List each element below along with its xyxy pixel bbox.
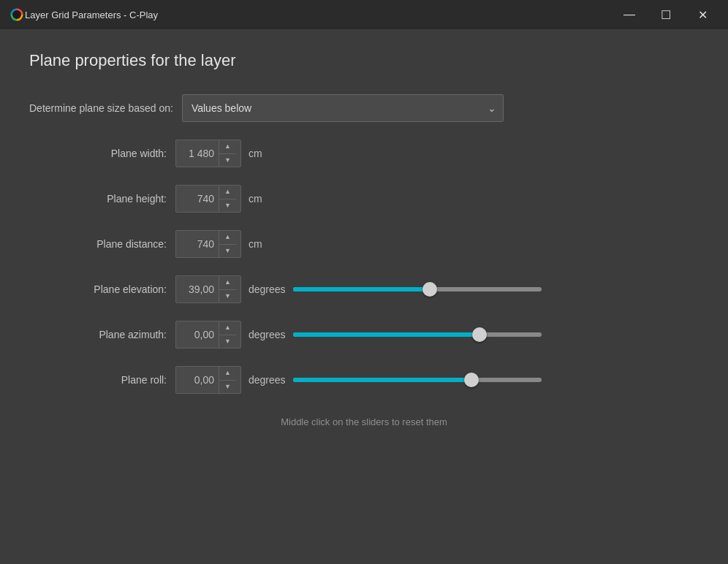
footer-hint: Middle click on the sliders to reset the… (29, 416, 699, 427)
minimize-button[interactable]: — (613, 4, 646, 26)
page-title: Plane properties for the layer (29, 51, 699, 70)
plane-distance-unit: cm (249, 238, 285, 250)
plane-elevation-row: Plane elevation: ▲ ▼ degrees (29, 273, 699, 305)
plane-azimuth-increment[interactable]: ▲ (219, 321, 236, 335)
plane-distance-increment[interactable]: ▲ (219, 231, 236, 244)
plane-height-decrement[interactable]: ▼ (219, 199, 236, 213)
close-button[interactable]: ✕ (686, 4, 719, 26)
plane-azimuth-unit: degrees (249, 329, 286, 340)
plane-height-label: Plane height: (29, 193, 175, 205)
plane-roll-row: Plane roll: ▲ ▼ degrees (29, 364, 699, 396)
plane-roll-unit: degrees (249, 374, 286, 386)
plane-width-decrement[interactable]: ▼ (219, 153, 236, 167)
plane-roll-spin-buttons: ▲ ▼ (219, 367, 236, 393)
title-bar: Layer Grid Parameters - C-Play — ☐ ✕ (0, 0, 728, 29)
plane-azimuth-fill (293, 332, 479, 337)
plane-elevation-label: Plane elevation: (29, 283, 175, 295)
plane-distance-spinbox: ▲ ▼ (175, 230, 241, 258)
determine-plane-dropdown-wrapper: Values below ⌄ (182, 94, 504, 122)
plane-width-unit: cm (249, 148, 285, 159)
plane-height-unit: cm (249, 193, 285, 205)
plane-azimuth-decrement[interactable]: ▼ (219, 335, 236, 348)
determine-plane-select[interactable]: Values below (182, 94, 504, 122)
plane-azimuth-input[interactable] (176, 321, 219, 348)
plane-distance-decrement[interactable]: ▼ (219, 244, 236, 258)
plane-roll-thumb[interactable] (464, 373, 479, 387)
determine-plane-label: Determine plane size based on: (29, 102, 182, 114)
plane-elevation-slider-wrapper (293, 287, 699, 291)
plane-width-increment[interactable]: ▲ (219, 140, 236, 153)
plane-elevation-fill (293, 287, 430, 291)
plane-elevation-spin-buttons: ▲ ▼ (219, 276, 236, 302)
content-area: Plane properties for the layer Determine… (0, 29, 728, 564)
plane-azimuth-spinbox: ▲ ▼ (175, 321, 241, 348)
plane-roll-input[interactable] (176, 367, 219, 393)
plane-azimuth-slider-wrapper (293, 332, 699, 337)
plane-elevation-unit: degrees (249, 283, 286, 295)
plane-elevation-input[interactable] (176, 276, 219, 302)
plane-roll-increment[interactable]: ▲ (219, 367, 236, 380)
plane-elevation-spinbox: ▲ ▼ (175, 275, 241, 303)
plane-azimuth-spin-buttons: ▲ ▼ (219, 321, 236, 348)
plane-azimuth-slider[interactable] (293, 332, 542, 337)
plane-width-spin-buttons: ▲ ▼ (219, 140, 236, 167)
plane-width-input[interactable] (176, 140, 219, 167)
app-logo-icon (9, 7, 25, 23)
plane-width-label: Plane width: (29, 148, 175, 159)
plane-elevation-thumb[interactable] (422, 282, 437, 297)
plane-roll-slider-wrapper (293, 378, 699, 382)
plane-height-spinbox: ▲ ▼ (175, 185, 241, 213)
main-window: Layer Grid Parameters - C-Play — ☐ ✕ Pla… (0, 0, 728, 564)
maximize-button[interactable]: ☐ (649, 4, 683, 26)
plane-elevation-slider[interactable] (293, 287, 542, 291)
plane-azimuth-thumb[interactable] (472, 327, 487, 342)
window-title: Layer Grid Parameters - C-Play (25, 9, 613, 20)
plane-distance-input[interactable] (176, 231, 219, 257)
plane-height-increment[interactable]: ▲ (219, 186, 236, 199)
plane-distance-label: Plane distance: (29, 238, 175, 250)
plane-azimuth-label: Plane azimuth: (29, 329, 175, 340)
plane-width-spinbox: ▲ ▼ (175, 140, 241, 167)
plane-azimuth-row: Plane azimuth: ▲ ▼ degrees (29, 319, 699, 351)
plane-distance-spin-buttons: ▲ ▼ (219, 231, 236, 257)
plane-roll-decrement[interactable]: ▼ (219, 380, 236, 394)
plane-width-row: Plane width: ▲ ▼ cm (29, 137, 699, 169)
plane-height-spin-buttons: ▲ ▼ (219, 186, 236, 212)
form-section: Determine plane size based on: Values be… (29, 92, 699, 409)
plane-height-input[interactable] (176, 186, 219, 212)
window-controls: — ☐ ✕ (613, 4, 719, 26)
plane-elevation-increment[interactable]: ▲ (219, 276, 236, 289)
plane-roll-fill (293, 378, 472, 382)
plane-roll-spinbox: ▲ ▼ (175, 366, 241, 394)
plane-height-row: Plane height: ▲ ▼ cm (29, 183, 699, 215)
plane-distance-row: Plane distance: ▲ ▼ cm (29, 228, 699, 260)
plane-elevation-decrement[interactable]: ▼ (219, 289, 236, 303)
plane-roll-label: Plane roll: (29, 374, 175, 386)
determine-plane-row: Determine plane size based on: Values be… (29, 92, 699, 124)
plane-roll-slider[interactable] (293, 378, 542, 382)
